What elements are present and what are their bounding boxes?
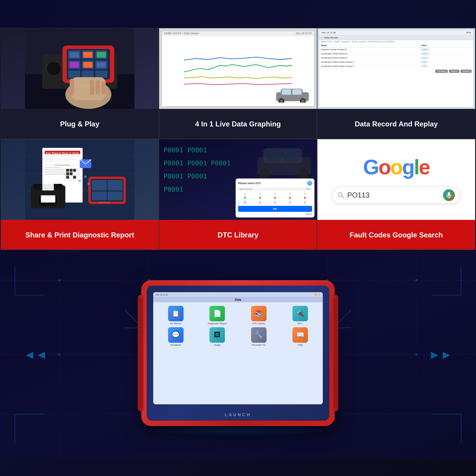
app-firmware[interactable]: 🔧 Firmware Fix: [239, 327, 278, 346]
app-diagnostic-report[interactable]: 📄 Diagnostic Report: [198, 306, 237, 325]
share-print-label-bar: Share & Print Diagnostic Report: [1, 220, 159, 250]
page-wrapper: NEWEST CRP123E V2.0,MAKE ANALYSIS EASIER: [0, 0, 476, 476]
dtc-image: P0001 P0001 P0001 P0001 P0001 P0001 P000…: [159, 139, 317, 220]
svg-rect-65: [66, 176, 69, 179]
feature-data-record: Nov 14 11:40 84% ← Data Stream DEMO V15.…: [317, 28, 475, 139]
ds-name-2: Accelerator Pedal Position D: [321, 53, 421, 55]
ds-title-text: Data Stream: [324, 36, 338, 39]
screen-title: Data: [235, 298, 241, 301]
dtc-1-val4: 1: [298, 201, 312, 204]
svg-rect-13: [68, 71, 80, 78]
btn-report[interactable]: Report: [449, 70, 459, 73]
ds-row-1: Absolute Throttle Position B 16.08 %: [319, 48, 473, 52]
svg-rect-16: [70, 52, 79, 58]
dtc-col-f2: F: [283, 192, 297, 195]
graph-breadcrumb: EOBD V23.03 > Data Stream: [164, 32, 199, 35]
device-grip-left: [138, 295, 144, 411]
svg-point-90: [298, 169, 309, 180]
svg-rect-51: [45, 161, 71, 162]
screen-title-bar: Data: [153, 297, 323, 302]
ds-name-5: Accelerator Pedal Position Sensor 2: [321, 65, 421, 67]
device-container: Nov 14 11:31 📶 🔋 Data: [141, 280, 335, 426]
screen-apps-grid: 📋 Fix Record 📄 Diagnostic Report: [153, 302, 323, 350]
app-image[interactable]: 🖼 Image: [198, 327, 237, 346]
app-firmware-label: Firmware Fix: [252, 344, 266, 346]
app-firmware-icon: 🔧: [251, 327, 267, 343]
features-grid: LAUNCH Plug & Play EOBD V23.03 > Data St…: [0, 27, 476, 250]
svg-rect-77: [108, 192, 123, 200]
svg-rect-55: [45, 169, 68, 170]
dtc-1-val3: 1: [283, 201, 297, 204]
svg-rect-63: [66, 172, 69, 175]
feature-dtc: P0001 P0001 P0001 P0001 P0001 P0001 P000…: [159, 139, 317, 250]
google-search-image: Google PO113: [317, 139, 475, 220]
svg-rect-17: [83, 52, 93, 58]
dtc-history-link[interactable]: History: [238, 213, 312, 215]
svg-rect-24: [70, 79, 74, 96]
btn-combine[interactable]: Combine: [435, 70, 448, 73]
google-e: e: [419, 156, 430, 179]
feature-plug-play: LAUNCH Plug & Play: [1, 28, 159, 139]
dtc-col-4: 4: [253, 192, 267, 195]
ds-breadcrumb: DEMO V15.54 > FORD > Expedition > System…: [319, 40, 473, 43]
search-icon: [338, 192, 344, 198]
graph-time: Dec 26 07:37: [296, 32, 312, 35]
app-faq-icon: 📖: [292, 327, 308, 343]
ds-battery: 84%: [466, 31, 471, 34]
dtc-ok-button[interactable]: OK: [238, 206, 312, 212]
ds-value-1: 16.08 %: [421, 48, 472, 51]
dtc-0-val1: 0: [253, 196, 267, 200]
status-time: Nov 14 11:31: [156, 294, 168, 296]
share-print-illustration: Basic Diagnosis Report on Vehicle Device…: [1, 139, 159, 220]
svg-rect-88: [284, 149, 299, 162]
device-inner-frame: Nov 14 11:31 📶 🔋 Data: [147, 286, 329, 421]
ds-col-name: Name: [321, 44, 421, 46]
svg-rect-21: [97, 62, 106, 68]
svg-rect-58: [45, 174, 66, 175]
svg-rect-20: [83, 62, 93, 68]
app-faq-label: FAQ: [298, 344, 303, 346]
btn-record[interactable]: Record: [461, 70, 472, 73]
google-o1: o: [378, 156, 390, 179]
svg-rect-54: [45, 167, 62, 168]
dtc-p-val: P: [238, 196, 252, 200]
ds-row-2: Accelerator Pedal Position D 27.84 %: [319, 52, 473, 56]
svg-rect-23: [71, 77, 106, 100]
svg-text:LAUNCH: LAUNCH: [98, 201, 110, 203]
app-fix-record[interactable]: 📋 Fix Record: [156, 306, 195, 325]
app-diagnostic-label: Diagnostic Report: [208, 322, 227, 325]
app-dlc[interactable]: 🔌 DLC.: [281, 306, 320, 325]
svg-point-109: [58, 353, 61, 356]
google-g2: g: [402, 156, 414, 179]
device-screen: Nov 14 11:31 📶 🔋 Data: [153, 292, 323, 404]
app-dtc-library[interactable]: 📚 DTC Library: [239, 306, 278, 325]
svg-rect-26: [95, 80, 100, 94]
svg-point-110: [415, 353, 418, 356]
dtc-status-bar: Nov 14 11:51 87%: [238, 187, 312, 191]
app-dlc-label: DLC.: [298, 322, 303, 325]
google-search-box[interactable]: PO113: [332, 187, 460, 204]
mic-icon[interactable]: [443, 189, 455, 201]
ds-col-value: Value: [421, 44, 472, 46]
main-launch-device: Nov 14 11:31 📶 🔋 Data: [141, 280, 335, 429]
data-record-image: Nov 14 11:40 84% ← Data Stream DEMO V15.…: [317, 28, 475, 109]
svg-rect-70: [41, 195, 55, 203]
svg-rect-56: [45, 171, 65, 172]
device-grip-right: [332, 295, 338, 411]
plug-play-label-bar: Plug & Play: [1, 109, 159, 139]
app-faq[interactable]: 📖 FAQ: [281, 327, 320, 346]
dtc-0-val3: 0: [283, 196, 297, 200]
car-svg: [273, 86, 312, 103]
data-stream-ui: Nov 14 11:40 84% ← Data Stream DEMO V15.…: [319, 30, 473, 107]
share-print-image: Basic Diagnosis Report on Vehicle Device…: [1, 139, 159, 220]
ds-buttons: Combine Report Record: [319, 68, 473, 74]
dtc-ui-top: Please select DTC ?: [238, 181, 312, 186]
svg-rect-76: [92, 192, 107, 200]
ds-name-1: Absolute Throttle Position B: [321, 48, 421, 51]
dtc-time: Nov 14 11:51: [240, 188, 252, 190]
app-feedback[interactable]: 💬 Feedback: [156, 327, 195, 346]
graph-header: EOBD V23.03 > Data Stream Dec 26 07:37: [162, 31, 314, 36]
app-feedback-label: Feedback: [170, 344, 181, 346]
dtc-row-c: C 1 1 1 1: [238, 201, 312, 204]
svg-point-3: [47, 61, 61, 76]
